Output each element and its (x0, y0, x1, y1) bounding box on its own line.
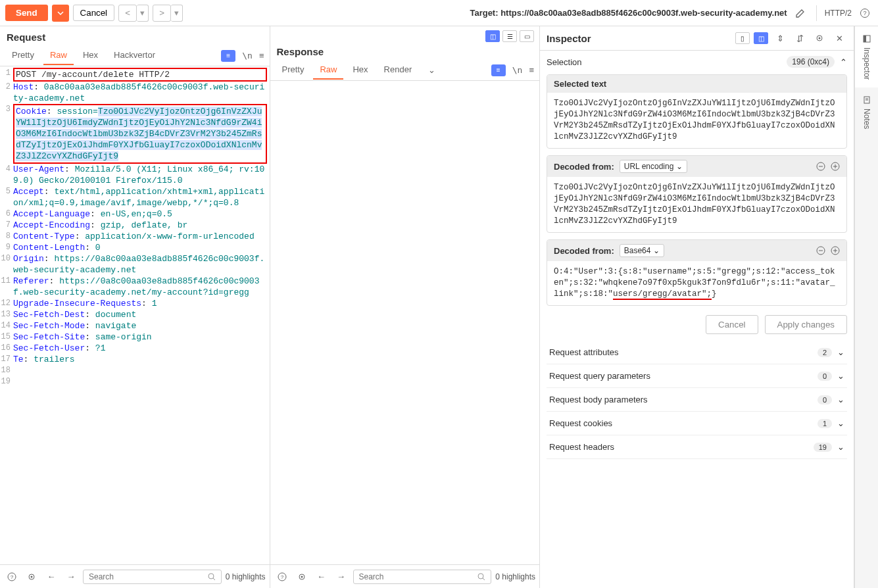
inspector-attr-row[interactable]: Request attributes2⌄ (547, 341, 847, 364)
layout-columns-button[interactable]: ◫ (485, 30, 500, 42)
editor-line[interactable]: 18 (0, 365, 270, 376)
decoding-type-select[interactable]: URL encoding ⌄ (620, 160, 688, 173)
wrap-toggle-icon[interactable]: ≡ (491, 64, 506, 76)
layout-btn-1[interactable]: ▯ (735, 32, 750, 44)
layout-btn-2[interactable]: ◫ (754, 32, 768, 44)
edit-target-icon[interactable] (793, 5, 808, 21)
inspector-icon (862, 34, 871, 43)
request-search[interactable] (83, 570, 222, 584)
layout-combined-button[interactable]: ▭ (520, 30, 534, 42)
chevron-up-icon[interactable]: ⌃ (840, 57, 847, 67)
inspector-attr-row[interactable]: Request body parameters0⌄ (547, 388, 847, 412)
tab-render[interactable]: Render (378, 61, 419, 80)
tab-hex[interactable]: Hex (346, 61, 374, 80)
expand-icon[interactable]: ⇕ (772, 30, 788, 46)
editor-line[interactable]: 10Origin: https://0a8c00aa03e8adb885f462… (0, 253, 270, 276)
attr-label: Request body parameters (549, 395, 812, 404)
history-forward-button[interactable]: > (153, 5, 171, 22)
arrow-left-icon[interactable]: ← (43, 569, 59, 585)
plus-icon[interactable] (831, 246, 840, 255)
selected-text-body[interactable]: Tzo0OiJVc2VyIjozOntzOjg6InVzZXJuYW1lIjtz… (547, 93, 846, 148)
tab-raw[interactable]: Raw (313, 61, 343, 80)
editor-line[interactable]: 9Content-Length: 0 (0, 242, 270, 253)
chevron-down-icon: ⌄ (837, 442, 844, 452)
gear-icon[interactable] (812, 30, 827, 46)
newline-icon[interactable]: \n (512, 65, 523, 75)
inspector-attr-row[interactable]: Request query parameters0⌄ (547, 364, 847, 388)
tab-hackvertor[interactable]: Hackvertor (107, 46, 162, 65)
editor-line[interactable]: 16Sec-Fetch-User: ?1 (0, 343, 270, 354)
decoding-type-select[interactable]: Base64 ⌄ (620, 244, 665, 257)
arrow-left-icon[interactable]: ← (314, 569, 329, 585)
notes-icon (862, 95, 871, 105)
inspector-attr-row[interactable]: Request cookies1⌄ (547, 412, 847, 435)
editor-line[interactable]: 17Te: trailers (0, 354, 270, 365)
request-editor[interactable]: 1POST /my-account/delete HTTP/22Host: 0a… (0, 66, 270, 564)
help-icon[interactable]: ? (857, 5, 873, 21)
editor-line[interactable]: 4User-Agent: Mozilla/5.0 (X11; Linux x86… (0, 164, 270, 186)
inspector-attr-row[interactable]: Request headers19⌄ (547, 435, 847, 459)
request-search-input[interactable] (89, 572, 204, 581)
editor-line[interactable]: 7Accept-Encoding: gzip, deflate, br (0, 220, 270, 231)
inspector-cancel-button[interactable]: Cancel (706, 315, 758, 334)
minus-icon[interactable] (816, 246, 825, 255)
close-icon[interactable]: ✕ (831, 30, 847, 46)
newline-icon[interactable]: \n (242, 51, 253, 61)
arrow-right-icon[interactable]: → (63, 569, 79, 585)
attr-count-badge: 0 (817, 395, 832, 404)
selection-row[interactable]: Selection 196 (0xc4) ⌃ (547, 56, 847, 68)
request-tabs: Pretty Raw Hex Hackvertor ≡ \n ≡ (0, 45, 270, 66)
response-editor[interactable] (270, 81, 540, 564)
editor-line[interactable]: 14Sec-Fetch-Mode: navigate (0, 320, 270, 331)
decoded-from-label: Decoded from: (554, 246, 614, 256)
menu-icon[interactable]: ≡ (529, 65, 534, 75)
editor-line[interactable]: 2Host: 0a8c00aa03e8adb885f4626c00c9003f.… (0, 82, 270, 104)
request-panel: Request Pretty Raw Hex Hackvertor ≡ \n ≡… (0, 26, 270, 588)
editor-line[interactable]: 1POST /my-account/delete HTTP/2 (0, 68, 270, 82)
editor-line[interactable]: 15Sec-Fetch-Site: same-origin (0, 331, 270, 343)
chevron-down-icon[interactable]: ⌄ (424, 62, 439, 78)
tab-hex[interactable]: Hex (76, 46, 105, 65)
cancel-button[interactable]: Cancel (73, 5, 115, 21)
sidebar-tab-inspector[interactable]: Inspector (855, 26, 878, 87)
decoded-url-body[interactable]: Tzo0OiJVc2VyIjozOntzOjg6InVzZXJuYW1lIjtz… (547, 177, 846, 232)
editor-line[interactable]: 5Accept: text/html,application/xhtml+xml… (0, 186, 270, 208)
collapse-icon[interactable]: ⇵ (792, 30, 808, 46)
sidebar-tab-notes[interactable]: Notes (855, 87, 878, 137)
history-forward-dropdown[interactable]: ▾ (171, 5, 183, 22)
chevron-down-icon (57, 10, 64, 16)
editor-line[interactable]: 12Upgrade-Insecure-Requests: 1 (0, 298, 270, 309)
tab-pretty[interactable]: Pretty (276, 61, 311, 80)
inspector-apply-button[interactable]: Apply changes (765, 315, 847, 334)
layout-rows-button[interactable]: ☰ (502, 30, 517, 42)
tab-raw[interactable]: Raw (43, 46, 74, 65)
response-search[interactable] (353, 570, 492, 584)
editor-line[interactable]: 8Content-Type: application/x-www-form-ur… (0, 231, 270, 242)
send-options-button[interactable] (52, 5, 69, 22)
decoded-base64-body[interactable]: O:4:"User":3:{s:8:"username";s:5:"gregg"… (547, 261, 846, 305)
menu-icon[interactable]: ≡ (259, 51, 264, 61)
help-icon[interactable]: ? (274, 569, 290, 585)
selection-count-badge: 196 (0xc4) (787, 56, 835, 68)
plus-icon[interactable] (831, 162, 840, 171)
inspector-panel: Inspector ▯ ◫ ⇕ ⇵ ✕ Selection 196 (0xc4)… (540, 26, 854, 588)
editor-line[interactable]: 11Referer: https://0a8c00aa03e8adb885f46… (0, 276, 270, 298)
gear-icon[interactable] (24, 569, 39, 585)
history-back-button[interactable]: < (118, 5, 137, 22)
response-search-input[interactable] (359, 572, 474, 581)
chevron-down-icon: ⌄ (837, 347, 844, 357)
gear-icon[interactable] (294, 569, 310, 585)
minus-icon[interactable] (816, 162, 825, 171)
protocol-label: HTTP/2 (825, 9, 852, 18)
wrap-toggle-icon[interactable]: ≡ (221, 50, 235, 62)
editor-line[interactable]: 3Cookie: session=Tzo0OiJVc2VyIjozOntzOjg… (0, 104, 270, 164)
response-title: Response (270, 46, 540, 60)
editor-line[interactable]: 6Accept-Language: en-US,en;q=0.5 (0, 208, 270, 220)
help-icon[interactable]: ? (4, 569, 20, 585)
send-button[interactable]: Send (5, 5, 48, 21)
arrow-right-icon[interactable]: → (333, 569, 349, 585)
editor-line[interactable]: 19 (0, 376, 270, 387)
history-back-dropdown[interactable]: ▾ (137, 5, 149, 22)
tab-pretty[interactable]: Pretty (5, 46, 41, 65)
editor-line[interactable]: 13Sec-Fetch-Dest: document (0, 309, 270, 320)
